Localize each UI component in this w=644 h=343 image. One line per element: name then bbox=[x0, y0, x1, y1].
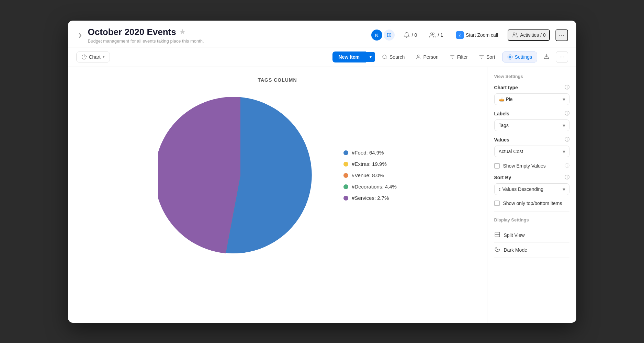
filter-label: Filter bbox=[457, 54, 468, 60]
invite-button[interactable]: / 1 bbox=[426, 30, 447, 40]
search-label: Search bbox=[389, 54, 405, 60]
split-view-icon bbox=[494, 231, 500, 239]
dark-mode-label: Dark Mode bbox=[504, 247, 527, 253]
dark-mode-item[interactable]: Dark Mode bbox=[494, 243, 569, 258]
show-empty-info-icon[interactable]: ⓘ bbox=[565, 163, 569, 169]
app-window: ❯ October 2020 Events ★ Budget managemen… bbox=[68, 21, 576, 323]
chart-type-label: Chart type ⓘ bbox=[494, 84, 569, 91]
labels-select[interactable]: Tags Name Status bbox=[494, 119, 569, 131]
person-label: Person bbox=[423, 54, 438, 60]
chart-title: TAGS COLUMN bbox=[258, 77, 297, 83]
download-button[interactable] bbox=[540, 51, 553, 63]
legend-label-venue: #Venue: 8.0% bbox=[352, 172, 384, 178]
top-actions: K / 0 bbox=[371, 29, 568, 41]
labels-info-icon[interactable]: ⓘ bbox=[565, 111, 569, 117]
legend-dot-venue bbox=[343, 173, 348, 178]
search-button[interactable]: Search bbox=[378, 52, 409, 62]
settings-panel: View Settings Chart type ⓘ 🥧 Pie Bar Lin… bbox=[487, 67, 576, 323]
chart-type-select-wrapper: 🥧 Pie Bar Line Area bbox=[494, 93, 569, 105]
more-options-button[interactable]: ··· bbox=[555, 29, 568, 41]
legend-item-extras: #Extras: 19.9% bbox=[343, 161, 397, 167]
split-view-label: Split View bbox=[504, 232, 525, 238]
legend-dot-food bbox=[343, 150, 348, 155]
dark-mode-icon bbox=[494, 246, 500, 254]
svg-point-1 bbox=[431, 33, 433, 35]
title-area: October 2020 Events ★ Budget management … bbox=[88, 27, 367, 44]
view-settings-title: View Settings bbox=[494, 74, 569, 79]
sort-label: Sort bbox=[486, 54, 495, 60]
chart-label: Chart bbox=[89, 54, 101, 60]
show-top-bottom-checkbox[interactable] bbox=[494, 201, 500, 206]
legend-label-services: #Services: 2.7% bbox=[352, 195, 389, 201]
more-toolbar-button[interactable]: ··· bbox=[556, 51, 568, 63]
subtitle: Budget management for all events taking … bbox=[88, 38, 367, 44]
notify-count: / 0 bbox=[412, 32, 417, 38]
new-item-main-button[interactable]: New Item bbox=[332, 52, 366, 62]
legend-item-venue: #Venue: 8.0% bbox=[343, 172, 397, 178]
legend-item-decorations: #Decorations: 4.4% bbox=[343, 184, 397, 190]
person-button[interactable]: Person bbox=[411, 52, 442, 62]
values-label: Values ⓘ bbox=[494, 137, 569, 143]
invite-count: / 1 bbox=[438, 32, 443, 38]
notify-button[interactable]: / 0 bbox=[400, 30, 421, 40]
sort-by-info-icon[interactable]: ⓘ bbox=[565, 174, 569, 181]
avatar[interactable]: K bbox=[371, 30, 382, 41]
zoom-label: Start Zoom call bbox=[466, 32, 498, 38]
chart-type-info-icon[interactable]: ⓘ bbox=[565, 84, 569, 91]
svg-point-8 bbox=[509, 56, 511, 58]
zoom-icon: Z bbox=[456, 31, 464, 39]
legend-item-services: #Services: 2.7% bbox=[343, 195, 397, 201]
sort-by-label: Sort By ⓘ bbox=[494, 174, 569, 181]
values-select[interactable]: Actual Cost Budget Count bbox=[494, 146, 569, 157]
pie-chart bbox=[158, 93, 323, 258]
activities-button[interactable]: Activities / 0 bbox=[508, 29, 550, 41]
page-title: October 2020 Events ★ bbox=[88, 27, 367, 37]
sort-by-select-wrapper: ↕ Values Descending ↕ Values Ascending L… bbox=[494, 183, 569, 195]
star-icon[interactable]: ★ bbox=[180, 28, 185, 36]
svg-point-2 bbox=[513, 33, 515, 35]
chart-container: #Food: 64.9% #Extras: 19.9% #Venue: 8.0%… bbox=[158, 93, 397, 258]
show-empty-row: Show Empty Values ⓘ bbox=[494, 163, 569, 169]
values-select-wrapper: Actual Cost Budget Count bbox=[494, 146, 569, 157]
pie-segment-services[interactable] bbox=[158, 97, 240, 253]
activities-label: Activities / 0 bbox=[520, 32, 546, 38]
labels-select-wrapper: Tags Name Status bbox=[494, 119, 569, 131]
filter-button[interactable]: Filter bbox=[445, 52, 472, 62]
settings-button[interactable]: Settings bbox=[502, 52, 538, 62]
show-empty-label: Show Empty Values bbox=[503, 163, 561, 169]
panel-divider bbox=[494, 211, 569, 212]
main-content: TAGS COLUMN bbox=[68, 67, 576, 323]
top-bar: ❯ October 2020 Events ★ Budget managemen… bbox=[68, 21, 576, 47]
legend: #Food: 64.9% #Extras: 19.9% #Venue: 8.0%… bbox=[343, 150, 397, 201]
settings-label: Settings bbox=[515, 54, 532, 60]
legend-dot-extras bbox=[343, 162, 348, 167]
chart-view-button[interactable]: Chart ▾ bbox=[76, 52, 110, 62]
toolbar: Chart ▾ New Item ▾ Search Person bbox=[68, 47, 576, 67]
avatar-group: K bbox=[371, 30, 395, 41]
legend-item-food: #Food: 64.9% bbox=[343, 150, 397, 156]
values-info-icon[interactable]: ⓘ bbox=[565, 137, 569, 143]
sort-button[interactable]: Sort bbox=[475, 52, 499, 62]
show-empty-checkbox[interactable] bbox=[494, 163, 500, 169]
collapse-button[interactable]: ❯ bbox=[76, 31, 84, 39]
legend-label-decorations: #Decorations: 4.4% bbox=[352, 184, 397, 190]
chart-area: TAGS COLUMN bbox=[68, 67, 487, 323]
chart-dropdown-icon: ▾ bbox=[103, 55, 105, 59]
labels-label: Labels ⓘ bbox=[494, 111, 569, 117]
legend-dot-services bbox=[343, 196, 348, 201]
chart-type-select[interactable]: 🥧 Pie Bar Line Area bbox=[494, 93, 569, 105]
legend-label-food: #Food: 64.9% bbox=[352, 150, 384, 156]
page-title-text: October 2020 Events bbox=[88, 27, 176, 37]
svg-point-4 bbox=[418, 55, 419, 57]
sort-by-select[interactable]: ↕ Values Descending ↕ Values Ascending L… bbox=[494, 183, 569, 195]
show-top-bottom-label: Show only top/bottom items bbox=[503, 201, 569, 206]
zoom-button[interactable]: Z Start Zoom call bbox=[452, 29, 502, 41]
new-item-dropdown-button[interactable]: ▾ bbox=[366, 52, 375, 62]
legend-dot-decorations bbox=[343, 184, 348, 189]
display-settings-title: Display Settings bbox=[494, 217, 569, 222]
avatar-edit-button[interactable] bbox=[384, 30, 395, 41]
legend-label-extras: #Extras: 19.9% bbox=[352, 161, 387, 167]
split-view-item[interactable]: Split View bbox=[494, 228, 569, 243]
show-top-bottom-row: Show only top/bottom items bbox=[494, 201, 569, 206]
new-item-button[interactable]: New Item ▾ bbox=[332, 52, 375, 62]
